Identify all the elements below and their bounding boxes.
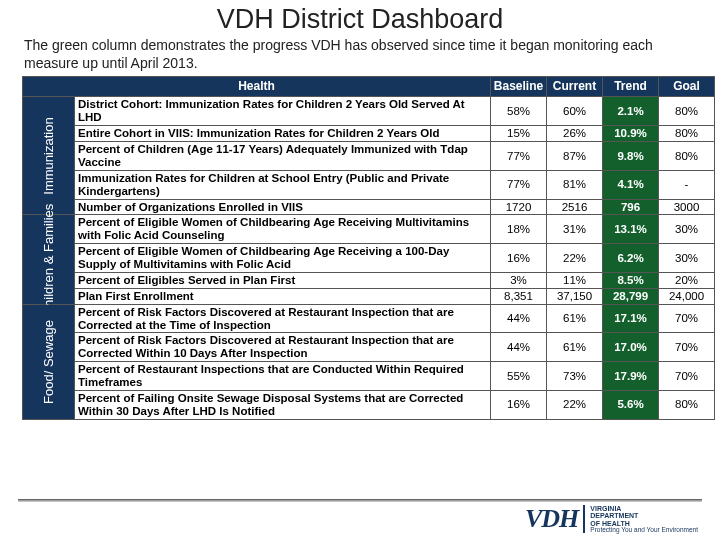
goal-cell: 70% bbox=[659, 362, 715, 391]
baseline-cell: 44% bbox=[491, 333, 547, 362]
trend-cell: 9.8% bbox=[603, 142, 659, 171]
trend-cell: 10.9% bbox=[603, 126, 659, 142]
baseline-cell: 77% bbox=[491, 170, 547, 199]
measure-cell: Plan First Enrollment bbox=[75, 288, 491, 304]
section-children-families: Children & Families bbox=[23, 215, 75, 304]
table-row: Food/ Sewage Percent of Risk Factors Dis… bbox=[23, 304, 715, 333]
baseline-cell: 77% bbox=[491, 142, 547, 171]
baseline-cell: 16% bbox=[491, 390, 547, 419]
goal-cell: 80% bbox=[659, 142, 715, 171]
measure-cell: Number of Organizations Enrolled in VIIS bbox=[75, 199, 491, 215]
measure-cell: Percent of Risk Factors Discovered at Re… bbox=[75, 304, 491, 333]
table-row: Percent of Eligibles Served in Plan Firs… bbox=[23, 272, 715, 288]
baseline-cell: 44% bbox=[491, 304, 547, 333]
measure-cell: Percent of Failing Onsite Sewage Disposa… bbox=[75, 390, 491, 419]
goal-cell: 80% bbox=[659, 390, 715, 419]
baseline-cell: 18% bbox=[491, 215, 547, 244]
current-cell: 2516 bbox=[547, 199, 603, 215]
dashboard-table: Health Baseline Current Trend Goal Immun… bbox=[22, 76, 715, 420]
measure-cell: Percent of Children (Age 11-17 Years) Ad… bbox=[75, 142, 491, 171]
footer-divider bbox=[18, 499, 702, 502]
table-row: Percent of Restaurant Inspections that a… bbox=[23, 362, 715, 391]
measure-cell: District Cohort: Immunization Rates for … bbox=[75, 97, 491, 126]
trend-cell: 796 bbox=[603, 199, 659, 215]
table-row: Percent of Eligible Women of Childbearin… bbox=[23, 244, 715, 273]
measure-cell: Percent of Risk Factors Discovered at Re… bbox=[75, 333, 491, 362]
logo-mark: VDH bbox=[525, 504, 578, 534]
trend-cell: 17.0% bbox=[603, 333, 659, 362]
baseline-cell: 55% bbox=[491, 362, 547, 391]
trend-cell: 6.2% bbox=[603, 244, 659, 273]
table-row: Percent of Children (Age 11-17 Years) Ad… bbox=[23, 142, 715, 171]
current-cell: 61% bbox=[547, 304, 603, 333]
baseline-cell: 1720 bbox=[491, 199, 547, 215]
current-cell: 31% bbox=[547, 215, 603, 244]
section-food-sewage: Food/ Sewage bbox=[23, 304, 75, 419]
current-cell: 11% bbox=[547, 272, 603, 288]
col-current: Current bbox=[547, 77, 603, 97]
measure-cell: Percent of Eligible Women of Childbearin… bbox=[75, 244, 491, 273]
section-immunization: Immunization bbox=[23, 97, 75, 215]
dashboard-table-wrapper: Health Baseline Current Trend Goal Immun… bbox=[22, 76, 714, 420]
col-goal: Goal bbox=[659, 77, 715, 97]
goal-cell: 3000 bbox=[659, 199, 715, 215]
trend-cell: 8.5% bbox=[603, 272, 659, 288]
baseline-cell: 15% bbox=[491, 126, 547, 142]
goal-cell: 80% bbox=[659, 126, 715, 142]
logo-divider bbox=[583, 505, 585, 533]
table-row: Percent of Failing Onsite Sewage Disposa… bbox=[23, 390, 715, 419]
table-row: Percent of Risk Factors Discovered at Re… bbox=[23, 333, 715, 362]
trend-cell: 28,799 bbox=[603, 288, 659, 304]
current-cell: 81% bbox=[547, 170, 603, 199]
current-cell: 60% bbox=[547, 97, 603, 126]
goal-cell: 24,000 bbox=[659, 288, 715, 304]
current-cell: 26% bbox=[547, 126, 603, 142]
logo-text: VIRGINIA DEPARTMENT OF HEALTH Protecting… bbox=[590, 505, 698, 534]
col-health: Health bbox=[23, 77, 491, 97]
measure-cell: Percent of Eligibles Served in Plan Firs… bbox=[75, 272, 491, 288]
table-row: Immunization District Cohort: Immunizati… bbox=[23, 97, 715, 126]
trend-cell: 4.1% bbox=[603, 170, 659, 199]
trend-cell: 13.1% bbox=[603, 215, 659, 244]
current-cell: 73% bbox=[547, 362, 603, 391]
trend-cell: 17.1% bbox=[603, 304, 659, 333]
col-trend: Trend bbox=[603, 77, 659, 97]
measure-cell: Percent of Eligible Women of Childbearin… bbox=[75, 215, 491, 244]
goal-cell: 30% bbox=[659, 215, 715, 244]
current-cell: 61% bbox=[547, 333, 603, 362]
measure-cell: Immunization Rates for Children at Schoo… bbox=[75, 170, 491, 199]
header-row: Health Baseline Current Trend Goal bbox=[23, 77, 715, 97]
trend-cell: 2.1% bbox=[603, 97, 659, 126]
current-cell: 22% bbox=[547, 390, 603, 419]
current-cell: 22% bbox=[547, 244, 603, 273]
goal-cell: - bbox=[659, 170, 715, 199]
col-baseline: Baseline bbox=[491, 77, 547, 97]
table-row: Entire Cohort in VIIS: Immunization Rate… bbox=[23, 126, 715, 142]
measure-cell: Entire Cohort in VIIS: Immunization Rate… bbox=[75, 126, 491, 142]
current-cell: 87% bbox=[547, 142, 603, 171]
table-row: Children & Families Percent of Eligible … bbox=[23, 215, 715, 244]
vdh-logo: VDH VIRGINIA DEPARTMENT OF HEALTH Protec… bbox=[525, 504, 698, 534]
trend-cell: 17.9% bbox=[603, 362, 659, 391]
goal-cell: 80% bbox=[659, 97, 715, 126]
goal-cell: 20% bbox=[659, 272, 715, 288]
table-row: Number of Organizations Enrolled in VIIS… bbox=[23, 199, 715, 215]
table-row: Immunization Rates for Children at Schoo… bbox=[23, 170, 715, 199]
current-cell: 37,150 bbox=[547, 288, 603, 304]
trend-cell: 5.6% bbox=[603, 390, 659, 419]
measure-cell: Percent of Restaurant Inspections that a… bbox=[75, 362, 491, 391]
baseline-cell: 8,351 bbox=[491, 288, 547, 304]
baseline-cell: 16% bbox=[491, 244, 547, 273]
goal-cell: 70% bbox=[659, 304, 715, 333]
table-row: Plan First Enrollment 8,351 37,150 28,79… bbox=[23, 288, 715, 304]
baseline-cell: 58% bbox=[491, 97, 547, 126]
goal-cell: 70% bbox=[659, 333, 715, 362]
page-subtitle: The green column demonstrates the progre… bbox=[0, 35, 720, 76]
goal-cell: 30% bbox=[659, 244, 715, 273]
baseline-cell: 3% bbox=[491, 272, 547, 288]
page-title: VDH District Dashboard bbox=[0, 0, 720, 35]
